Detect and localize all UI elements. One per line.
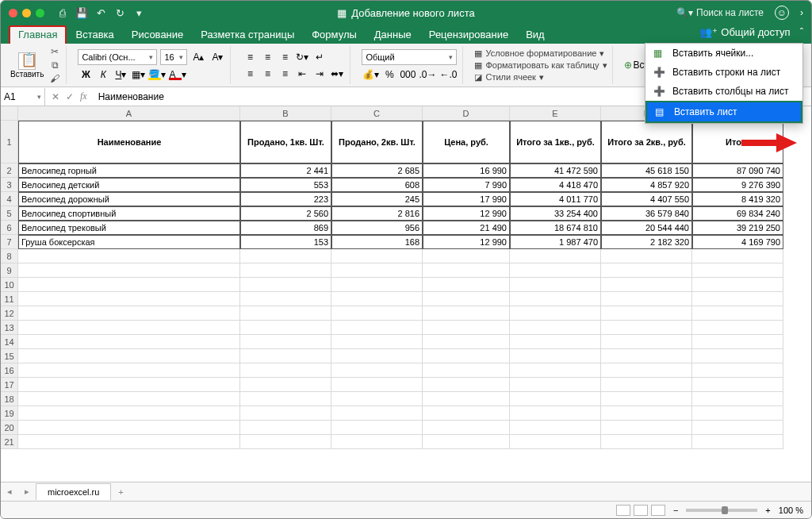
- empty-cell[interactable]: [692, 435, 783, 449]
- tab-рисование[interactable]: Рисование: [123, 25, 192, 44]
- cell-styles-button[interactable]: ◪Стили ячеек ▾: [474, 72, 607, 83]
- empty-cell[interactable]: [692, 349, 783, 363]
- empty-cell[interactable]: [423, 278, 510, 292]
- row-header-6[interactable]: 6: [1, 221, 18, 235]
- empty-cell[interactable]: [601, 363, 692, 378]
- cell-value[interactable]: 153: [240, 235, 331, 249]
- empty-cell[interactable]: [18, 306, 240, 321]
- spreadsheet-area[interactable]: ABCDEFG1НаименованиеПродано, 1кв. Шт.Про…: [1, 106, 811, 498]
- empty-cell[interactable]: [510, 335, 601, 349]
- cell-value[interactable]: 553: [240, 178, 331, 192]
- cell-value[interactable]: 2 685: [331, 163, 423, 178]
- align-right-icon[interactable]: ≡: [277, 67, 293, 81]
- empty-cell[interactable]: [510, 363, 601, 378]
- cell-value[interactable]: 36 579 840: [601, 206, 692, 221]
- col-header-B[interactable]: B: [240, 106, 331, 121]
- empty-cell[interactable]: [692, 421, 783, 435]
- empty-cell[interactable]: [692, 306, 783, 321]
- merge-cells-icon[interactable]: ⬌▾: [329, 67, 345, 81]
- row-header-11[interactable]: 11: [1, 292, 18, 306]
- cell-value[interactable]: 12 990: [423, 235, 510, 249]
- row-header-21[interactable]: 21: [1, 435, 18, 449]
- cell-value[interactable]: 4 011 770: [510, 192, 601, 206]
- empty-cell[interactable]: [601, 321, 692, 335]
- empty-cell[interactable]: [510, 321, 601, 335]
- conditional-formatting-button[interactable]: ▦Условное форматирование ▾: [474, 48, 607, 59]
- empty-cell[interactable]: [423, 406, 510, 421]
- user-account-icon[interactable]: ☺: [775, 6, 789, 20]
- bold-button[interactable]: Ж: [78, 67, 94, 82]
- empty-cell[interactable]: [601, 421, 692, 435]
- dd-insert-cells[interactable]: ▦Вставить ячейки...: [645, 44, 802, 63]
- cell-value[interactable]: 41 472 590: [510, 163, 601, 178]
- empty-cell[interactable]: [423, 335, 510, 349]
- empty-cell[interactable]: [601, 278, 692, 292]
- empty-cell[interactable]: [601, 406, 692, 421]
- cell-value[interactable]: 4 407 550: [601, 192, 692, 206]
- cell-value[interactable]: 21 490: [423, 221, 510, 235]
- empty-cell[interactable]: [331, 306, 423, 321]
- empty-cell[interactable]: [18, 406, 240, 421]
- cell-value[interactable]: 2 816: [331, 206, 423, 221]
- empty-cell[interactable]: [423, 435, 510, 449]
- tab-данные[interactable]: Данные: [366, 25, 420, 44]
- col-header-E[interactable]: E: [510, 106, 601, 121]
- close-icon[interactable]: [9, 9, 17, 17]
- empty-cell[interactable]: [601, 378, 692, 392]
- row-header-14[interactable]: 14: [1, 335, 18, 349]
- ribbon-collapse-icon[interactable]: ˆ: [800, 26, 803, 38]
- empty-cell[interactable]: [331, 292, 423, 306]
- cell-value[interactable]: 2 560: [240, 206, 331, 221]
- tab-вставка[interactable]: Вставка: [67, 25, 122, 44]
- empty-cell[interactable]: [331, 335, 423, 349]
- cell-value[interactable]: 33 254 400: [510, 206, 601, 221]
- tab-вид[interactable]: Вид: [517, 25, 553, 44]
- cell-value[interactable]: 608: [331, 178, 423, 192]
- page-break-view-icon[interactable]: [651, 505, 665, 516]
- cell-value[interactable]: 87 090 740: [692, 163, 783, 178]
- empty-cell[interactable]: [331, 249, 423, 263]
- row-header-17[interactable]: 17: [1, 378, 18, 392]
- empty-cell[interactable]: [240, 363, 331, 378]
- empty-cell[interactable]: [692, 292, 783, 306]
- page-layout-view-icon[interactable]: [634, 505, 648, 516]
- format-painter-icon[interactable]: 🖌: [48, 73, 61, 84]
- decrease-decimal-icon[interactable]: ←.0: [439, 67, 458, 82]
- decrease-font-icon[interactable]: A▾: [209, 50, 225, 64]
- empty-cell[interactable]: [240, 292, 331, 306]
- save-icon[interactable]: 💾: [76, 7, 87, 18]
- empty-cell[interactable]: [423, 392, 510, 406]
- empty-cell[interactable]: [240, 335, 331, 349]
- cell-value[interactable]: 69 834 240: [692, 206, 783, 221]
- cell-value[interactable]: 223: [240, 192, 331, 206]
- cell-name[interactable]: Велосипед спортивный: [18, 206, 240, 221]
- row-header-5[interactable]: 5: [1, 206, 18, 221]
- empty-cell[interactable]: [510, 406, 601, 421]
- align-center-icon[interactable]: ≡: [259, 67, 275, 81]
- empty-cell[interactable]: [18, 363, 240, 378]
- orientation-icon[interactable]: ↻▾: [294, 50, 310, 64]
- empty-cell[interactable]: [240, 392, 331, 406]
- normal-view-icon[interactable]: [616, 505, 630, 516]
- empty-cell[interactable]: [240, 249, 331, 263]
- row-header-13[interactable]: 13: [1, 321, 18, 335]
- name-box[interactable]: A1: [1, 88, 45, 106]
- row-header-16[interactable]: 16: [1, 363, 18, 378]
- empty-cell[interactable]: [692, 278, 783, 292]
- align-top-icon[interactable]: ≡: [242, 50, 258, 64]
- empty-cell[interactable]: [18, 421, 240, 435]
- cell-value[interactable]: 18 674 810: [510, 221, 601, 235]
- cell-value[interactable]: 20 544 440: [601, 221, 692, 235]
- increase-decimal-icon[interactable]: .0→: [418, 67, 437, 82]
- empty-cell[interactable]: [510, 392, 601, 406]
- currency-icon[interactable]: 💰▾: [362, 67, 380, 82]
- row-header-4[interactable]: 4: [1, 192, 18, 206]
- dd-insert-sheet[interactable]: ▤Вставить лист: [645, 101, 802, 123]
- empty-cell[interactable]: [18, 249, 240, 263]
- empty-cell[interactable]: [692, 363, 783, 378]
- cell-value[interactable]: 2 441: [240, 163, 331, 178]
- empty-cell[interactable]: [601, 335, 692, 349]
- empty-cell[interactable]: [692, 249, 783, 263]
- cell-name[interactable]: Груша боксерская: [18, 235, 240, 249]
- empty-cell[interactable]: [510, 306, 601, 321]
